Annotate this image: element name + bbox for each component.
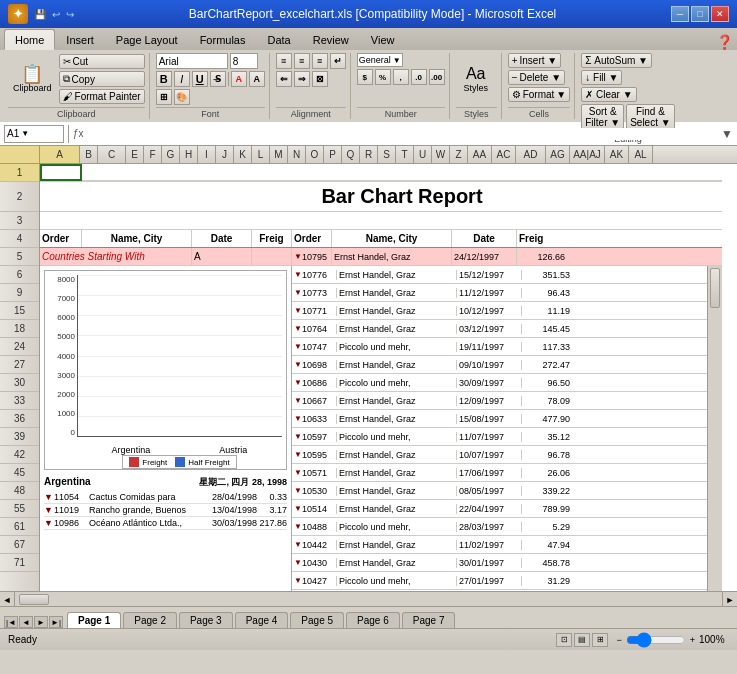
- row-header-3[interactable]: 3: [0, 212, 39, 230]
- align-left-button[interactable]: ≡: [276, 53, 292, 69]
- page-break-view-button[interactable]: ⊞: [592, 633, 608, 647]
- row-header-27[interactable]: 27: [0, 356, 39, 374]
- col-header-G[interactable]: H: [180, 146, 198, 163]
- office-logo-icon[interactable]: ✦: [8, 4, 28, 24]
- row-header-67[interactable]: 67: [0, 536, 39, 554]
- font-size-input[interactable]: [230, 53, 258, 69]
- sheet-tab-page6[interactable]: Page 6: [346, 612, 400, 628]
- col-header-P[interactable]: Q: [342, 146, 360, 163]
- col-header-D[interactable]: E: [126, 146, 144, 163]
- formula-input[interactable]: [88, 128, 718, 140]
- sheet-next-button[interactable]: ►: [34, 616, 48, 628]
- cut-button[interactable]: ✂ Cut: [59, 54, 145, 69]
- close-button[interactable]: ✕: [711, 6, 729, 22]
- increase-indent-button[interactable]: ⇒: [294, 71, 310, 87]
- strikethrough-button[interactable]: S̶: [210, 71, 226, 87]
- col-header-W[interactable]: AA: [468, 146, 492, 163]
- borders-button[interactable]: ⊞: [156, 89, 172, 105]
- tab-insert[interactable]: Insert: [55, 30, 105, 50]
- bold-button[interactable]: B: [156, 71, 172, 87]
- formula-expand-button[interactable]: ▼: [721, 127, 733, 141]
- increase-decimal-button[interactable]: .00: [429, 69, 445, 85]
- row-header-61[interactable]: 61: [0, 518, 39, 536]
- sheet-tab-page4[interactable]: Page 4: [235, 612, 289, 628]
- row-header-71[interactable]: 71: [0, 554, 39, 572]
- col-header-M[interactable]: N: [288, 146, 306, 163]
- tab-view[interactable]: View: [360, 30, 406, 50]
- h-scroll-track[interactable]: [15, 592, 722, 606]
- col-header-B[interactable]: B: [80, 146, 98, 163]
- row-header-39[interactable]: 39: [0, 428, 39, 446]
- col-header-C[interactable]: C: [98, 146, 126, 163]
- col-header-S[interactable]: T: [396, 146, 414, 163]
- function-button[interactable]: ƒx: [73, 128, 84, 139]
- col-header-AA[interactable]: AA|AJ: [570, 146, 605, 163]
- col-header-V[interactable]: Z: [450, 146, 468, 163]
- italic-button[interactable]: I: [174, 71, 190, 87]
- vertical-scrollbar[interactable]: ▲ ▼: [707, 266, 722, 591]
- col-header-N[interactable]: O: [306, 146, 324, 163]
- col-header-T[interactable]: U: [414, 146, 432, 163]
- sheet-tab-page1[interactable]: Page 1: [67, 612, 121, 628]
- zoom-out-button[interactable]: −: [616, 635, 621, 645]
- autosum-button[interactable]: Σ AutoSum ▼: [581, 53, 652, 68]
- h-scroll-thumb[interactable]: [19, 594, 49, 605]
- zoom-in-button[interactable]: +: [690, 635, 695, 645]
- accounting-button[interactable]: $: [357, 69, 373, 85]
- percent-button[interactable]: %: [375, 69, 391, 85]
- row-header-1[interactable]: 1: [0, 164, 39, 182]
- cell-ref-dropdown-icon[interactable]: ▼: [21, 129, 29, 138]
- find-select-button[interactable]: Find &Select ▼: [626, 104, 674, 130]
- sort-filter-button[interactable]: Sort &Filter ▼: [581, 104, 624, 130]
- minimize-button[interactable]: ─: [671, 6, 689, 22]
- row-header-5[interactable]: 5: [0, 248, 39, 266]
- quick-save-icon[interactable]: 💾: [34, 9, 46, 20]
- tab-formulas[interactable]: Formulas: [189, 30, 257, 50]
- row-header-36[interactable]: 36: [0, 410, 39, 428]
- col-header-Z[interactable]: AG: [546, 146, 570, 163]
- tab-page-layout[interactable]: Page Layout: [105, 30, 189, 50]
- copy-button[interactable]: ⧉ Copy: [59, 71, 145, 87]
- tab-review[interactable]: Review: [302, 30, 360, 50]
- row-header-30[interactable]: 30: [0, 374, 39, 392]
- col-header-J[interactable]: K: [234, 146, 252, 163]
- paste-button[interactable]: 📋 Clipboard: [8, 62, 57, 96]
- col-header-X[interactable]: AC: [492, 146, 516, 163]
- col-header-AC[interactable]: AL: [629, 146, 653, 163]
- col-header-F[interactable]: G: [162, 146, 180, 163]
- styles-button[interactable]: Aa Styles: [456, 62, 496, 96]
- underline-button[interactable]: U: [192, 71, 208, 87]
- row-header-6[interactable]: 6: [0, 266, 39, 284]
- scroll-left-button[interactable]: ◄: [0, 592, 15, 606]
- format-painter-button[interactable]: 🖌 Format Painter: [59, 89, 145, 104]
- normal-view-button[interactable]: ⊡: [556, 633, 572, 647]
- col-header-O[interactable]: P: [324, 146, 342, 163]
- row-header-9[interactable]: 9: [0, 284, 39, 302]
- row-header-4[interactable]: 4: [0, 230, 39, 248]
- sheet-last-button[interactable]: ►|: [49, 616, 63, 628]
- clear-button[interactable]: ✗ Clear ▼: [581, 87, 636, 102]
- fill-button[interactable]: ↓ Fill ▼: [581, 70, 622, 85]
- decrease-indent-button[interactable]: ⇐: [276, 71, 292, 87]
- comma-button[interactable]: ,: [393, 69, 409, 85]
- col-header-U[interactable]: W: [432, 146, 450, 163]
- page-layout-view-button[interactable]: ▤: [574, 633, 590, 647]
- sheet-tab-page2[interactable]: Page 2: [123, 612, 177, 628]
- number-format-dropdown[interactable]: General ▼: [357, 53, 403, 67]
- sheet-prev-button[interactable]: ◄: [19, 616, 33, 628]
- row-header-55[interactable]: 55: [0, 500, 39, 518]
- col-header-L[interactable]: M: [270, 146, 288, 163]
- cell-A1[interactable]: [40, 164, 82, 181]
- font-name-input[interactable]: [156, 53, 228, 69]
- row-header-45[interactable]: 45: [0, 464, 39, 482]
- align-right-button[interactable]: ≡: [312, 53, 328, 69]
- row-header-2[interactable]: 2: [0, 182, 39, 212]
- col-header-H[interactable]: I: [198, 146, 216, 163]
- ribbon-help-icon[interactable]: ❓: [716, 34, 733, 50]
- highlight-button[interactable]: A: [249, 71, 265, 87]
- col-header-K[interactable]: L: [252, 146, 270, 163]
- sheet-first-button[interactable]: |◄: [4, 616, 18, 628]
- undo-icon[interactable]: ↩: [52, 9, 60, 20]
- row-header-33[interactable]: 33: [0, 392, 39, 410]
- col-header-E[interactable]: F: [144, 146, 162, 163]
